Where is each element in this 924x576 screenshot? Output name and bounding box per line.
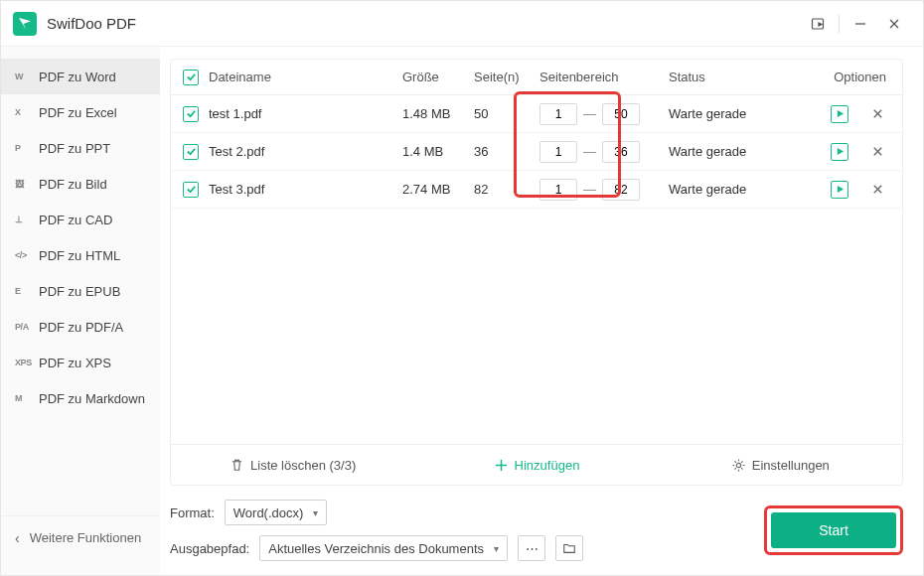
chevron-down-icon: ▾ <box>494 543 499 554</box>
sidebar-item-markdown[interactable]: MPDF zu Markdown <box>1 380 160 416</box>
table-row: test 1.pdf 1.48 MB 50 — Warte gerade <box>171 95 902 133</box>
clear-list-button[interactable]: Liste löschen (3/3) <box>171 445 414 485</box>
output-path-select[interactable]: Aktuelles Verzeichnis des Dokuments ▾ <box>259 535 508 561</box>
file-size: 1.4 MB <box>402 144 474 159</box>
file-pages: 50 <box>474 106 539 121</box>
minimize-button[interactable] <box>844 7 877 41</box>
table-header: Dateiname Größe Seite(n) Seitenbereich S… <box>171 60 902 95</box>
divider <box>839 15 840 33</box>
sidebar-item-label: PDF zu Bild <box>39 177 107 192</box>
sidebar-item-label: PDF zu Excel <box>39 105 117 120</box>
close-button[interactable] <box>877 7 911 41</box>
settings-button[interactable]: Einstellungen <box>659 445 902 485</box>
col-options: Optionen <box>834 70 886 84</box>
file-size: 1.48 MB <box>402 106 474 121</box>
file-name: Test 2.pdf <box>209 144 402 159</box>
range-dash: — <box>583 182 596 197</box>
sidebar-item-epub[interactable]: EPDF zu EPUB <box>1 273 160 309</box>
gear-icon <box>731 458 746 473</box>
file-type-icon: XPS <box>15 358 33 367</box>
table-toolbar: Liste löschen (3/3) Hinzufügen Einstellu… <box>171 444 902 485</box>
file-status: Warte gerade <box>669 106 808 121</box>
range-dash: — <box>583 106 596 121</box>
sidebar-item-label: PDF zu Markdown <box>39 391 145 406</box>
file-type-icon: M <box>15 393 33 403</box>
remove-row-button[interactable] <box>868 143 886 161</box>
file-name: Test 3.pdf <box>209 182 402 197</box>
range-from-input[interactable] <box>539 179 577 201</box>
sidebar-item-label: PDF zu CAD <box>39 213 112 227</box>
row-checkbox[interactable] <box>183 182 199 198</box>
remove-row-button[interactable] <box>868 105 886 123</box>
file-type-icon: X <box>15 107 33 117</box>
range-from-input[interactable] <box>539 103 577 125</box>
browse-more-button[interactable]: ⋯ <box>518 535 545 561</box>
start-row-button[interactable] <box>831 143 848 161</box>
sidebar-item-pdfa[interactable]: P/APDF zu PDF/A <box>1 309 160 345</box>
plus-icon <box>494 458 509 473</box>
more-functions-label: Weitere Funktionen <box>30 530 142 545</box>
col-range: Seitenbereich <box>539 70 669 84</box>
format-label: Format: <box>170 505 215 520</box>
start-row-button[interactable] <box>831 181 848 199</box>
range-to-input[interactable] <box>602 141 640 163</box>
file-type-icon: </> <box>15 250 33 260</box>
svg-marker-4 <box>837 110 843 117</box>
file-pages: 82 <box>474 182 539 197</box>
col-pages: Seite(n) <box>474 70 539 84</box>
file-size: 2.74 MB <box>402 182 474 197</box>
titlebar: SwifDoo PDF <box>1 1 923 47</box>
remove-row-button[interactable] <box>868 181 886 199</box>
sidebar-item-ppt[interactable]: PPDF zu PPT <box>1 130 160 166</box>
svg-marker-7 <box>837 148 843 155</box>
folder-icon <box>562 541 576 555</box>
file-status: Warte gerade <box>669 182 808 197</box>
sidebar-item-excel[interactable]: XPDF zu Excel <box>1 94 160 130</box>
col-status: Status <box>669 70 808 84</box>
select-all-checkbox[interactable] <box>183 70 199 85</box>
sidebar-item-word[interactable]: WPDF zu Word <box>1 59 160 94</box>
row-checkbox[interactable] <box>183 144 199 160</box>
file-type-icon: 🖼 <box>15 179 33 189</box>
bottom-bar: Format: Word(.docx) ▾ Ausgabepfad: Aktue… <box>170 500 903 561</box>
range-to-input[interactable] <box>602 103 640 125</box>
svg-point-15 <box>736 463 740 467</box>
sidebar-item-html[interactable]: </>PDF zu HTML <box>1 237 160 273</box>
range-dash: — <box>583 144 596 159</box>
sidebar-item-label: PDF zu XPS <box>39 356 111 370</box>
file-type-icon: W <box>15 72 33 81</box>
file-type-icon: P <box>15 143 33 153</box>
open-folder-button[interactable] <box>555 535 583 561</box>
sidebar-item-cad[interactable]: ⊥PDF zu CAD <box>1 202 160 237</box>
sidebar-item-label: PDF zu EPUB <box>39 284 120 299</box>
file-type-icon: ⊥ <box>15 215 33 224</box>
sidebar: WPDF zu Word XPDF zu Excel PPDF zu PPT 🖼… <box>1 47 160 575</box>
range-to-input[interactable] <box>602 179 640 201</box>
start-row-button[interactable] <box>831 105 848 123</box>
file-type-icon: P/A <box>15 322 33 332</box>
sidebar-item-image[interactable]: 🖼PDF zu Bild <box>1 166 160 202</box>
titlebar-extra-icon[interactable] <box>801 7 835 41</box>
format-select[interactable]: Word(.docx) ▾ <box>225 500 328 525</box>
add-file-button[interactable]: Hinzufügen <box>414 445 658 485</box>
output-path-label: Ausgabepfad: <box>170 541 249 556</box>
col-name: Dateiname <box>209 70 402 84</box>
more-functions-button[interactable]: ‹ Weitere Funktionen <box>1 515 160 559</box>
app-logo <box>13 12 37 36</box>
row-checkbox[interactable] <box>183 106 199 122</box>
range-from-input[interactable] <box>539 141 577 163</box>
table-row: Test 2.pdf 1.4 MB 36 — Warte gerade <box>171 133 902 171</box>
table-row: Test 3.pdf 2.74 MB 82 — Warte gerade <box>171 171 902 209</box>
svg-marker-10 <box>837 186 843 193</box>
sidebar-item-label: PDF zu PDF/A <box>39 320 123 335</box>
chevron-down-icon: ▾ <box>313 507 318 518</box>
file-type-icon: E <box>15 286 33 296</box>
trash-icon <box>230 458 244 473</box>
file-name: test 1.pdf <box>209 106 402 121</box>
start-button[interactable]: Start <box>771 512 896 548</box>
file-pages: 36 <box>474 144 539 159</box>
sidebar-item-label: PDF zu HTML <box>39 248 120 263</box>
col-size: Größe <box>402 70 474 84</box>
sidebar-item-xps[interactable]: XPSPDF zu XPS <box>1 345 160 380</box>
chevron-left-icon: ‹ <box>15 530 20 546</box>
